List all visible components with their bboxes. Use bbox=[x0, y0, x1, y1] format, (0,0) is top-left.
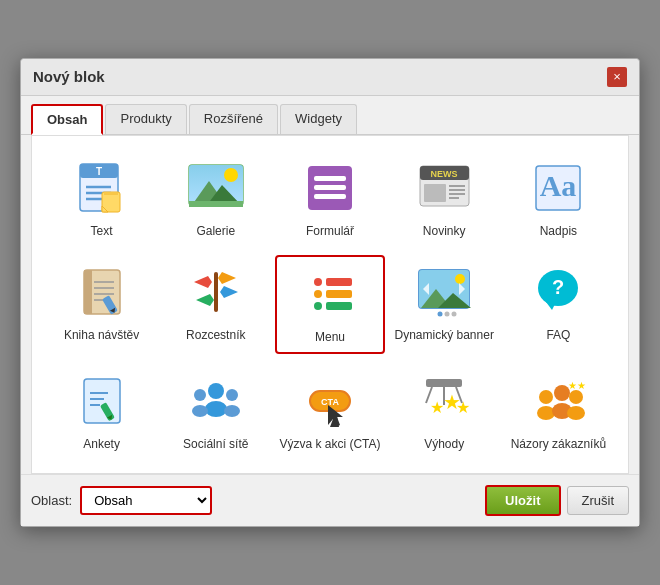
socialni-icon bbox=[185, 370, 247, 432]
text-icon: T bbox=[71, 157, 133, 219]
nadpis-icon: Aa bbox=[527, 157, 589, 219]
svg-point-86 bbox=[539, 390, 553, 404]
galerie-icon bbox=[185, 157, 247, 219]
svg-point-44 bbox=[314, 278, 322, 286]
svg-point-48 bbox=[314, 302, 322, 310]
svg-point-73 bbox=[226, 389, 238, 401]
icon-nadpis[interactable]: Aa Nadpis bbox=[504, 151, 613, 246]
cta-icon: CTA bbox=[299, 370, 361, 432]
svg-point-69 bbox=[208, 383, 224, 399]
formular-icon bbox=[299, 157, 361, 219]
ankety-icon bbox=[71, 370, 133, 432]
icon-vyhody[interactable]: ★ ★ ★ Výhody bbox=[390, 364, 499, 459]
icon-text[interactable]: T Text bbox=[47, 151, 156, 246]
svg-rect-15 bbox=[189, 201, 243, 207]
cta-label: Výzva k akci (CTA) bbox=[279, 437, 380, 453]
ankety-label: Ankety bbox=[83, 437, 120, 453]
kniha-label: Kniha návštěv bbox=[64, 328, 139, 344]
svg-rect-47 bbox=[326, 290, 352, 298]
menu-icon bbox=[299, 263, 361, 325]
svg-rect-24 bbox=[424, 184, 446, 202]
svg-rect-63 bbox=[84, 379, 120, 423]
svg-point-70 bbox=[205, 401, 227, 417]
novinky-label: Novinky bbox=[423, 224, 466, 240]
text-label: Text bbox=[91, 224, 113, 240]
dialog-body: T Text bbox=[31, 135, 629, 475]
icon-faq[interactable]: ? FAQ bbox=[504, 255, 613, 354]
nadpis-label: Nadpis bbox=[540, 224, 577, 240]
svg-rect-32 bbox=[84, 270, 92, 314]
close-button[interactable]: × bbox=[607, 67, 627, 87]
dynamicky-icon bbox=[413, 261, 475, 323]
svg-rect-18 bbox=[314, 176, 346, 181]
nazory-icon: ★★ bbox=[527, 370, 589, 432]
svg-text:★: ★ bbox=[456, 399, 470, 416]
svg-rect-49 bbox=[326, 302, 352, 310]
tab-rozsirene[interactable]: Rozšířené bbox=[189, 104, 278, 134]
faq-label: FAQ bbox=[546, 328, 570, 344]
svg-marker-41 bbox=[220, 286, 238, 298]
area-select[interactable]: Obsah Hlavička Patička Postranní panel bbox=[82, 488, 210, 513]
icon-formular[interactable]: Formulář bbox=[275, 151, 384, 246]
area-select-wrapper: Obsah Hlavička Patička Postranní panel bbox=[80, 486, 212, 515]
faq-icon: ? bbox=[527, 261, 589, 323]
svg-text:T: T bbox=[96, 166, 102, 177]
svg-rect-19 bbox=[314, 185, 346, 190]
svg-point-91 bbox=[567, 406, 585, 420]
icon-galerie[interactable]: Galerie bbox=[161, 151, 270, 246]
icon-nazory[interactable]: ★★ Názory zákazníků bbox=[504, 364, 613, 459]
svg-point-71 bbox=[194, 389, 206, 401]
svg-text:?: ? bbox=[552, 276, 564, 298]
cancel-button[interactable]: Zrušit bbox=[567, 486, 630, 515]
icon-dynamicky[interactable]: Dynamický banner bbox=[390, 255, 499, 354]
tabs-bar: Obsah Produkty Rozšířené Widgety bbox=[21, 96, 639, 135]
formular-label: Formulář bbox=[306, 224, 354, 240]
svg-point-72 bbox=[192, 405, 208, 417]
svg-point-90 bbox=[569, 390, 583, 404]
svg-marker-40 bbox=[194, 276, 212, 288]
svg-text:★★: ★★ bbox=[568, 380, 586, 391]
svg-point-54 bbox=[455, 274, 465, 284]
svg-rect-45 bbox=[326, 278, 352, 286]
icon-menu[interactable]: Menu bbox=[275, 255, 384, 354]
svg-marker-42 bbox=[196, 294, 214, 306]
svg-text:Aa: Aa bbox=[540, 169, 577, 202]
svg-rect-79 bbox=[426, 379, 462, 387]
svg-point-14 bbox=[224, 168, 238, 182]
svg-point-57 bbox=[438, 312, 443, 317]
icon-kniha[interactable]: Kniha návštěv bbox=[47, 255, 156, 354]
dialog-title: Nový blok bbox=[33, 68, 105, 85]
svg-marker-61 bbox=[546, 302, 556, 310]
dialog: Nový blok × Obsah Produkty Rozšířené Wid… bbox=[20, 58, 640, 528]
vyhody-label: Výhody bbox=[424, 437, 464, 453]
svg-point-74 bbox=[224, 405, 240, 417]
tab-produkty[interactable]: Produkty bbox=[105, 104, 186, 134]
icon-rozcestnik[interactable]: Rozcestník bbox=[161, 255, 270, 354]
save-button[interactable]: Uložit bbox=[485, 485, 560, 516]
kniha-icon bbox=[71, 261, 133, 323]
icon-ankety[interactable]: Ankety bbox=[47, 364, 156, 459]
svg-point-87 bbox=[537, 406, 555, 420]
svg-point-46 bbox=[314, 290, 322, 298]
area-label: Oblast: bbox=[31, 493, 72, 508]
icon-cta[interactable]: CTA Výzva k akci (CTA) bbox=[275, 364, 384, 459]
icon-socialni[interactable]: Sociální sítě bbox=[161, 364, 270, 459]
svg-text:CTA: CTA bbox=[321, 397, 339, 407]
vyhody-icon: ★ ★ ★ bbox=[413, 370, 475, 432]
nazory-label: Názory zákazníků bbox=[511, 437, 606, 453]
rozcestnik-label: Rozcestník bbox=[186, 328, 245, 344]
tab-widgety[interactable]: Widgety bbox=[280, 104, 357, 134]
menu-label: Menu bbox=[315, 330, 345, 346]
rozcestnik-icon bbox=[185, 261, 247, 323]
svg-marker-43 bbox=[218, 272, 236, 284]
galerie-label: Galerie bbox=[196, 224, 235, 240]
socialni-label: Sociální sítě bbox=[183, 437, 248, 453]
svg-rect-20 bbox=[314, 194, 346, 199]
dialog-footer: Oblast: Obsah Hlavička Patička Postranní… bbox=[21, 474, 639, 526]
dialog-titlebar: Nový blok × bbox=[21, 59, 639, 96]
tab-obsah[interactable]: Obsah bbox=[31, 104, 103, 135]
icons-grid: T Text bbox=[47, 151, 613, 459]
svg-point-58 bbox=[445, 312, 450, 317]
icon-novinky[interactable]: NEWS Novinky bbox=[390, 151, 499, 246]
svg-text:★: ★ bbox=[430, 399, 444, 416]
